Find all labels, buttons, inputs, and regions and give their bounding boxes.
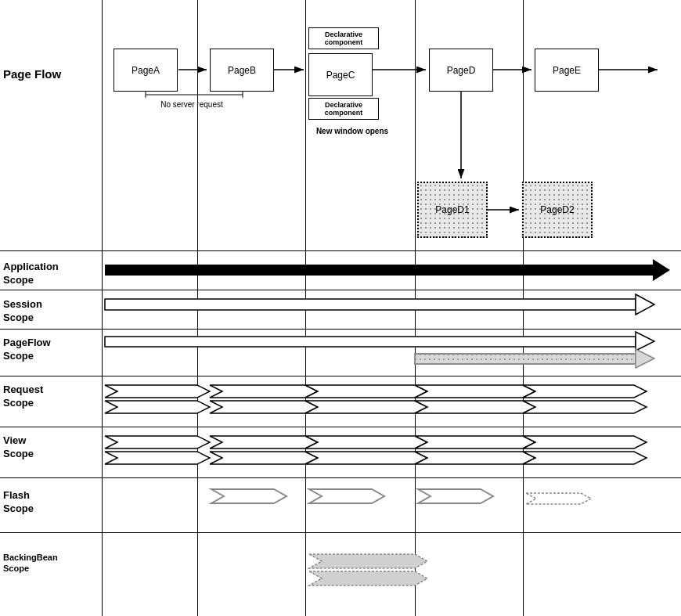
svg-rect-15 — [105, 265, 653, 276]
svg-marker-26 — [305, 385, 427, 398]
svg-marker-47 — [526, 493, 591, 504]
svg-marker-28 — [523, 385, 647, 398]
svg-rect-17 — [105, 299, 636, 310]
pageflow-scope-arrow-bottom — [415, 349, 654, 368]
diagram: Page Flow ApplicationScope SessionScope … — [0, 0, 681, 616]
svg-marker-39 — [105, 452, 210, 464]
svg-marker-31 — [305, 401, 427, 413]
application-scope-arrow — [105, 259, 670, 281]
svg-marker-24 — [105, 385, 210, 398]
svg-marker-35 — [210, 436, 318, 448]
svg-marker-46 — [418, 489, 493, 503]
svg-rect-19 — [105, 337, 636, 347]
svg-marker-32 — [415, 401, 535, 413]
svg-marker-45 — [309, 489, 384, 503]
svg-marker-23 — [636, 349, 654, 368]
svg-marker-41 — [305, 452, 427, 464]
no-server-request-label: No server request — [137, 100, 247, 109]
svg-marker-25 — [210, 385, 318, 398]
arrows-svg — [0, 0, 681, 616]
svg-marker-42 — [415, 452, 535, 464]
svg-marker-18 — [636, 294, 654, 315]
svg-marker-48 — [309, 554, 427, 568]
svg-marker-49 — [309, 571, 427, 585]
svg-marker-37 — [415, 436, 535, 448]
svg-marker-34 — [105, 436, 210, 448]
svg-marker-27 — [415, 385, 535, 398]
new-window-opens-label: New window opens — [305, 127, 399, 135]
svg-marker-40 — [210, 452, 318, 464]
svg-marker-36 — [305, 436, 427, 448]
svg-marker-16 — [653, 259, 670, 281]
svg-rect-22 — [415, 354, 636, 364]
session-scope-arrow — [105, 294, 654, 315]
svg-marker-33 — [523, 401, 647, 413]
svg-marker-38 — [523, 436, 647, 448]
svg-marker-30 — [210, 401, 318, 413]
svg-marker-43 — [523, 452, 647, 464]
svg-marker-44 — [211, 489, 286, 503]
svg-marker-29 — [105, 401, 210, 413]
pageflow-scope-arrow-top — [105, 332, 654, 351]
svg-marker-20 — [636, 332, 654, 351]
